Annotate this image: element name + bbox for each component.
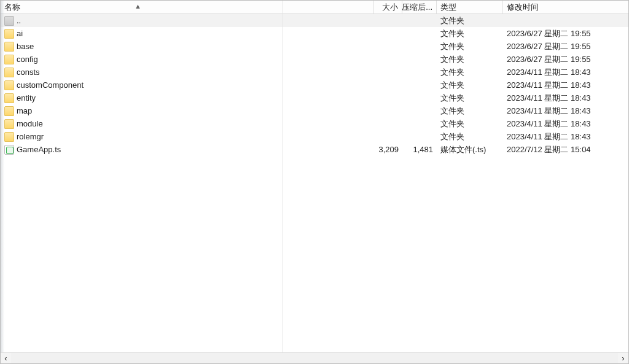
- folder-icon: [4, 68, 14, 77]
- file-modified-cell: 2023/4/11 星期二 18:43: [503, 93, 628, 104]
- file-type-cell: 文件夹: [437, 118, 503, 130]
- col-header-type-text: 类型: [440, 2, 456, 13]
- file-name-cell: GameApp.ts: [4, 145, 374, 155]
- file-row[interactable]: entity文件夹2023/4/11 星期二 18:43: [1, 91, 628, 104]
- file-modified-cell: 2022/7/12 星期二 15:04: [503, 144, 628, 155]
- file-name-text: rolemgr: [17, 132, 44, 141]
- file-name-text: entity: [17, 93, 36, 103]
- scroll-right-button[interactable]: ›: [618, 353, 628, 363]
- file-type-cell: 文件夹: [437, 41, 503, 52]
- folder-icon: [4, 93, 14, 103]
- file-modified-cell: 2023/6/27 星期二 19:55: [503, 54, 628, 65]
- file-row[interactable]: rolemgr文件夹2023/4/11 星期二 18:43: [1, 130, 628, 143]
- col-header-name[interactable]: 名称 ▲: [1, 1, 374, 14]
- col-header-size-text: 大小: [382, 2, 398, 13]
- column-header-row: 名称 ▲ 大小 压缩后... 类型 修改时间: [1, 1, 628, 14]
- file-type-cell: 文件夹: [437, 106, 503, 117]
- col-header-modified-text: 修改时间: [507, 2, 539, 13]
- file-name-cell: config: [4, 55, 374, 64]
- file-row[interactable]: config文件夹2023/6/27 星期二 19:55: [1, 53, 628, 66]
- file-name-text: GameApp.ts: [17, 145, 61, 154]
- file-modified-cell: 2023/4/11 星期二 18:43: [503, 106, 628, 117]
- col-header-name-text: 名称: [4, 2, 20, 13]
- file-list-panel: 名称 ▲ 大小 压缩后... 类型 修改时间 ..文件夹ai文件夹2023/6/…: [1, 1, 628, 363]
- file-packed-cell: 1,481: [402, 145, 437, 154]
- file-name-cell: rolemgr: [4, 132, 374, 142]
- file-row[interactable]: base文件夹2023/6/27 星期二 19:55: [1, 40, 628, 53]
- file-name-text: module: [17, 119, 43, 128]
- chevron-left-icon: ‹: [4, 354, 7, 363]
- file-type-cell: 文件夹: [437, 28, 503, 39]
- file-name-text: consts: [17, 68, 40, 77]
- file-name-cell: base: [4, 42, 374, 52]
- file-row[interactable]: customComponent文件夹2023/4/11 星期二 18:43: [1, 79, 628, 91]
- file-row[interactable]: ..文件夹: [1, 14, 628, 27]
- file-name-text: ai: [17, 29, 23, 38]
- file-type-cell: 文件夹: [437, 80, 503, 91]
- file-name-cell: consts: [4, 68, 374, 77]
- horizontal-scrollbar[interactable]: ‹ ›: [1, 352, 628, 363]
- file-modified-cell: 2023/4/11 星期二 18:43: [503, 118, 628, 130]
- col-header-type[interactable]: 类型: [437, 1, 503, 14]
- file-modified-cell: 2023/6/27 星期二 19:55: [503, 28, 628, 39]
- file-name-cell: entity: [4, 93, 374, 103]
- file-type-cell: 文件夹: [437, 67, 503, 78]
- folder-icon: [4, 55, 14, 64]
- sort-ascending-icon: ▲: [135, 2, 141, 10]
- folder-icon: [4, 106, 14, 116]
- file-row[interactable]: GameApp.ts3,2091,481媒体文件(.ts)2022/7/12 星…: [1, 143, 628, 156]
- file-modified-cell: 2023/6/27 星期二 19:55: [503, 41, 628, 52]
- chevron-right-icon: ›: [622, 354, 624, 363]
- folder-icon: [4, 42, 14, 52]
- folder-icon: [4, 119, 14, 129]
- file-list-body: ..文件夹ai文件夹2023/6/27 星期二 19:55base文件夹2023…: [1, 14, 628, 363]
- file-size-cell: 3,209: [374, 145, 402, 154]
- file-row[interactable]: map文件夹2023/4/11 星期二 18:43: [1, 104, 628, 117]
- scroll-left-button[interactable]: ‹: [1, 353, 11, 363]
- parent-folder-icon: [4, 16, 14, 26]
- file-modified-cell: 2023/4/11 星期二 18:43: [503, 67, 628, 78]
- file-type-cell: 文件夹: [437, 54, 503, 65]
- file-name-text: config: [17, 55, 38, 64]
- file-modified-cell: 2023/4/11 星期二 18:43: [503, 80, 628, 91]
- file-type-cell: 文件夹: [437, 93, 503, 104]
- file-name-text: ..: [17, 16, 21, 25]
- col-header-packed[interactable]: 压缩后...: [402, 1, 437, 14]
- file-row[interactable]: consts文件夹2023/4/11 星期二 18:43: [1, 66, 628, 79]
- file-modified-cell: 2023/4/11 星期二 18:43: [503, 131, 628, 142]
- file-name-text: customComponent: [17, 80, 84, 90]
- file-row[interactable]: module文件夹2023/4/11 星期二 18:43: [1, 117, 628, 130]
- file-name-cell: module: [4, 119, 374, 129]
- file-name-cell: ..: [4, 16, 374, 26]
- col-header-modified[interactable]: 修改时间: [503, 1, 628, 14]
- file-name-cell: map: [4, 106, 374, 116]
- file-type-cell: 文件夹: [437, 15, 503, 26]
- media-file-icon: [4, 145, 14, 155]
- file-type-cell: 媒体文件(.ts): [437, 144, 503, 155]
- folder-icon: [4, 29, 14, 39]
- folder-icon: [4, 80, 14, 90]
- col-header-packed-text: 压缩后...: [402, 2, 432, 13]
- file-name-text: base: [17, 42, 34, 51]
- scrollbar-track[interactable]: [11, 353, 618, 363]
- file-name-cell: ai: [4, 29, 374, 39]
- col-header-size[interactable]: 大小: [374, 1, 402, 14]
- folder-icon: [4, 132, 14, 142]
- file-name-cell: customComponent: [4, 80, 374, 90]
- file-row[interactable]: ai文件夹2023/6/27 星期二 19:55: [1, 27, 628, 40]
- file-type-cell: 文件夹: [437, 131, 503, 142]
- file-name-text: map: [17, 106, 32, 115]
